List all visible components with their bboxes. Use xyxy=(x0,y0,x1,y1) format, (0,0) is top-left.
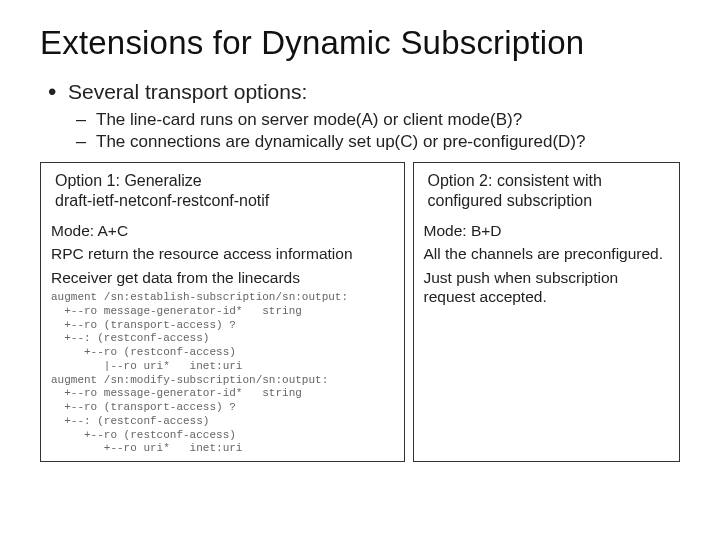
option-2-body2: Just push when subscription request acce… xyxy=(424,268,670,307)
slide-title: Extensions for Dynamic Subscription xyxy=(40,24,680,62)
option-2-body1: All the channels are preconfigured. xyxy=(424,244,670,263)
option-2-box: Option 2: consistent with configured sub… xyxy=(413,162,681,462)
bullet-l1: Several transport options: xyxy=(46,80,680,104)
option-1-mode: Mode: A+C xyxy=(51,221,394,240)
option-2-mode: Mode: B+D xyxy=(424,221,670,240)
bullet-list: Several transport options: The line-card… xyxy=(46,80,680,152)
option-1-title: Option 1: Generalize draft-ietf-netconf-… xyxy=(55,171,394,211)
option-1-body2: Receiver get data from the linecards xyxy=(51,268,394,287)
option-1-yang: augment /sn:establish-subscription/sn:ou… xyxy=(51,291,394,456)
option-1-title-line2: draft-ietf-netconf-restconf-notif xyxy=(55,192,269,209)
options-row: Option 1: Generalize draft-ietf-netconf-… xyxy=(40,162,680,462)
bullet-l2-a: The line-card runs on server mode(A) or … xyxy=(46,110,680,130)
option-2-title-line2: configured subscription xyxy=(428,192,593,209)
slide: Extensions for Dynamic Subscription Seve… xyxy=(0,0,720,540)
option-2-title: Option 2: consistent with configured sub… xyxy=(428,171,670,211)
bullet-l2-b: The connections are dynamically set up(C… xyxy=(46,132,680,152)
option-2-title-line1: Option 2: consistent with xyxy=(428,172,602,189)
option-1-title-line1: Option 1: Generalize xyxy=(55,172,202,189)
option-1-box: Option 1: Generalize draft-ietf-netconf-… xyxy=(40,162,405,462)
option-1-body1: RPC return the resource access informati… xyxy=(51,244,394,263)
